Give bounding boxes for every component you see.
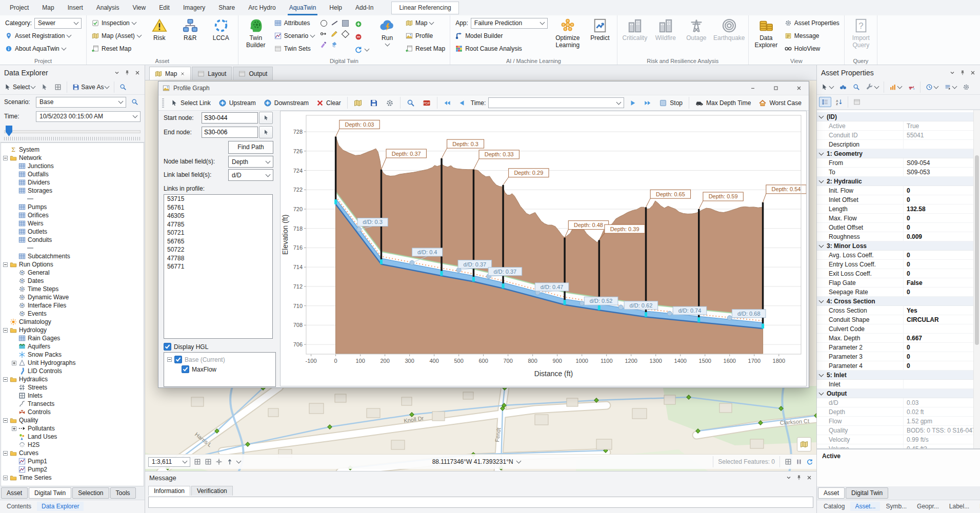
- refresh-feature-button[interactable]: [352, 44, 371, 56]
- toolbar-grip[interactable]: [162, 98, 164, 108]
- tree-item-pumps[interactable]: Pumps: [1, 203, 144, 211]
- tree-item-time-steps[interactable]: Time Steps: [1, 285, 144, 293]
- property-row-outlet-offset[interactable]: Outlet Offset0: [817, 223, 974, 232]
- app-select[interactable]: Failure Prediction: [471, 18, 548, 29]
- property-row-flap-gate[interactable]: Flap GateFalse: [817, 278, 974, 288]
- property-category-1-geometry[interactable]: 1: Geometry: [817, 149, 974, 158]
- attributes-button[interactable]: Attributes: [272, 17, 316, 29]
- property-category-output[interactable]: Output: [817, 389, 974, 398]
- link-item[interactable]: 46305: [164, 212, 272, 220]
- map-asset-button[interactable]: Map (Asset): [90, 30, 143, 42]
- link-item[interactable]: 50722: [164, 245, 272, 254]
- pause-icon[interactable]: [795, 458, 803, 465]
- pin-icon[interactable]: [796, 475, 802, 481]
- tree-item-orifices[interactable]: Orifices: [1, 211, 144, 219]
- profile-chart[interactable]: 706708710712714716718720722724726728-100…: [281, 111, 806, 386]
- twin-sets-button[interactable]: Twin Sets: [272, 43, 316, 55]
- ribbon-tab-linear-referencing[interactable]: Linear Referencing: [391, 2, 458, 14]
- add-feature-button[interactable]: [352, 18, 371, 30]
- ribbon-tab-insert[interactable]: Insert: [61, 0, 90, 15]
- slider-handle[interactable]: [6, 126, 12, 136]
- tree-item-storages[interactable]: Storages: [1, 187, 144, 195]
- root-cause-button[interactable]: Root Cause Analysis: [453, 43, 550, 55]
- property-row-init-flow[interactable]: Init. Flow0: [817, 186, 974, 195]
- property-row-culvert-code[interactable]: Culvert Code: [817, 324, 974, 334]
- props-time-button[interactable]: [924, 83, 940, 92]
- chevron-down-icon[interactable]: [949, 70, 955, 76]
- property-row-description[interactable]: Description: [817, 140, 974, 149]
- link-item[interactable]: 56761: [164, 203, 272, 212]
- tab-geopr[interactable]: Geopr...: [912, 502, 944, 511]
- zoom-button[interactable]: [404, 98, 417, 108]
- select-alt-button[interactable]: [39, 83, 50, 92]
- tree-item-dividers[interactable]: Dividers: [1, 178, 144, 187]
- tab-selection[interactable]: Selection: [72, 487, 109, 499]
- model-builder-button[interactable]: Model Builder: [453, 30, 550, 42]
- tree-item-rain-gages[interactable]: Rain Gages: [1, 334, 144, 342]
- props-zoom-button[interactable]: [851, 83, 862, 92]
- props-select-button[interactable]: [819, 83, 835, 92]
- crosshair-icon[interactable]: [215, 458, 223, 465]
- property-row-parameter-3[interactable]: Parameter 30: [817, 352, 974, 361]
- property-category-3-minor-loss[interactable]: 3: Minor Loss: [817, 241, 974, 251]
- scenario-options-button[interactable]: [129, 97, 141, 107]
- start-node-input[interactable]: [202, 112, 258, 124]
- property-row-quality[interactable]: QualityBOD5: 0 TSS: 0 S16-047: 0 S1: [817, 426, 974, 435]
- select-tool-button[interactable]: Select: [2, 83, 37, 92]
- downstream-button[interactable]: Downstream: [261, 98, 311, 108]
- scenario-button[interactable]: Scenario: [272, 30, 316, 42]
- tree-item-hydrology[interactable]: Hydrology: [1, 326, 144, 334]
- links-list[interactable]: 5371556761463054778550721567655072247788…: [164, 194, 273, 339]
- tree-item-pump1[interactable]: Pump1: [1, 457, 144, 465]
- pin-icon[interactable]: [959, 70, 966, 76]
- map-overview-button[interactable]: [797, 437, 811, 452]
- predict-button[interactable]: Predict: [586, 17, 614, 42]
- display-hgl-row[interactable]: Display HGL: [164, 342, 208, 352]
- optimize-learning-button[interactable]: Optimize Learning: [552, 17, 584, 49]
- pick-end-node-button[interactable]: [259, 126, 273, 138]
- property-row-inlet-offset[interactable]: Inlet Offset0: [817, 195, 974, 204]
- save-as-button[interactable]: Save As: [70, 83, 111, 92]
- chevron-down-icon[interactable]: [786, 475, 792, 481]
- property-row-conduit-shape[interactable]: Conduit ShapeCIRCULAR: [817, 315, 974, 324]
- tab-expor[interactable]: Expor...: [975, 502, 980, 511]
- stop-button[interactable]: Stop: [656, 98, 685, 108]
- property-category-2-hydraulic[interactable]: 2: Hydraulic: [817, 177, 974, 186]
- asset-properties-button[interactable]: Asset Properties: [783, 17, 842, 29]
- table-icon[interactable]: [785, 458, 792, 465]
- select-link-button[interactable]: Select Link: [168, 98, 213, 108]
- tree-item-unit-hydrographs[interactable]: Unit Hydrographs: [1, 359, 144, 367]
- hgl-scenario-row[interactable]: Base (Current): [167, 355, 275, 364]
- property-row-depth[interactable]: Depth0.02 ft: [817, 407, 974, 417]
- pick-start-node-button[interactable]: [259, 112, 273, 124]
- tree-item-snow-packs[interactable]: Snow Packs: [1, 351, 144, 359]
- close-button[interactable]: [789, 81, 809, 95]
- categorized-view-button[interactable]: [819, 97, 831, 107]
- tree-item-climatology[interactable]: Climatology: [1, 318, 144, 326]
- tree-item-quality[interactable]: Quality: [1, 416, 144, 424]
- ribbon-tab-share[interactable]: Share: [212, 0, 242, 15]
- expander-minus[interactable]: [3, 377, 8, 382]
- category-select[interactable]: Sewer: [34, 18, 82, 29]
- time-select[interactable]: 10/5/2023 00:15:00 AM: [36, 111, 141, 122]
- link-item[interactable]: 56771: [164, 262, 272, 271]
- tree-item-network[interactable]: Network: [1, 154, 144, 162]
- tree-item-conduits[interactable]: Conduits: [1, 236, 144, 244]
- property-category-4-cross-section[interactable]: 4: Cross Section: [817, 297, 974, 306]
- property-row-seepage-rate[interactable]: Seepage Rate0: [817, 288, 974, 297]
- tree-item-events[interactable]: Events: [1, 310, 144, 318]
- property-row-flow[interactable]: Flow1.52 gpm: [817, 417, 974, 426]
- props-faucet-button[interactable]: [906, 83, 917, 92]
- property-row-entry-loss-coeff[interactable]: Entry Loss Coeff.0: [817, 260, 974, 269]
- expander-plus[interactable]: [12, 361, 16, 365]
- tree-item-h2s[interactable]: H2S: [1, 441, 144, 449]
- tree-item-weirs[interactable]: Weirs: [1, 219, 144, 228]
- property-grid-scrollbar[interactable]: [973, 110, 980, 448]
- slider-track[interactable]: [4, 130, 141, 133]
- ribbon-tab-add-in[interactable]: Add-In: [349, 0, 380, 15]
- document-tab-output[interactable]: Output: [233, 67, 273, 80]
- run-button[interactable]: Run: [373, 17, 402, 46]
- property-row-avg-loss-coeff[interactable]: Avg. Loss Coeff.0: [817, 251, 974, 260]
- property-row-roughness[interactable]: Roughness0.009: [817, 232, 974, 241]
- trace-tool[interactable]: [318, 29, 329, 39]
